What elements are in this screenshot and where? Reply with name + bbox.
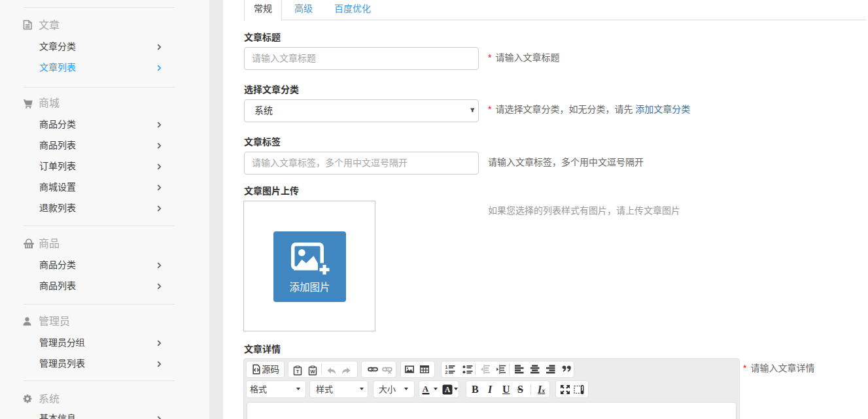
svg-text:A: A: [445, 385, 451, 394]
svg-text:1: 1: [445, 365, 448, 369]
svg-text:W: W: [310, 369, 315, 375]
svg-text:T: T: [296, 369, 300, 375]
svg-text:A: A: [423, 384, 429, 394]
svg-text:2: 2: [445, 370, 448, 375]
